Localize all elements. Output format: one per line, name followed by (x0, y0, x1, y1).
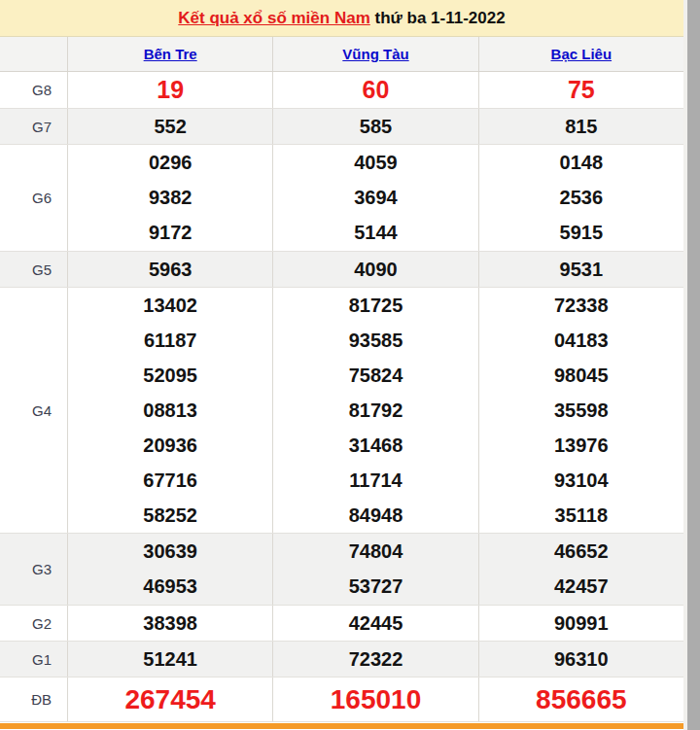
results-table: Kết quả xổ số miền Nam thứ ba 1-11-2022 … (0, 0, 683, 729)
value-cell: 19 (68, 72, 273, 108)
prize-value: 98045 (479, 358, 683, 393)
value-cell: 96310 (479, 642, 683, 677)
column-header-vung-tau: Vũng Tàu (273, 37, 478, 71)
value-cell: 90991 (479, 606, 683, 641)
prize-value: 2536 (479, 180, 683, 215)
value-cell: 30639 46953 (68, 534, 273, 605)
value-cell: 51241 (68, 642, 273, 677)
value-cell: 552 (68, 109, 273, 144)
prize-value: 53727 (273, 570, 477, 606)
value-cell: 165010 (273, 678, 478, 721)
prize-value: 46953 (68, 570, 272, 606)
prize-value: 84948 (273, 498, 477, 533)
column-header-bac-lieu: Bạc Liêu (479, 37, 683, 71)
prize-value: 74804 (273, 534, 477, 570)
prize-value: 13976 (479, 428, 683, 463)
lottery-results-page: Kết quả xổ số miền Nam thứ ba 1-11-2022 … (0, 0, 700, 730)
corner-cell (0, 37, 68, 71)
column-link-bac-lieu[interactable]: Bạc Liêu (551, 46, 612, 62)
prize-label: G7 (0, 109, 68, 144)
value-cell: 267454 (68, 678, 273, 721)
prize-label: G6 (0, 145, 68, 251)
prize-value: 3694 (273, 180, 477, 215)
prize-value: 9382 (68, 180, 272, 215)
prize-value: 96310 (479, 642, 683, 677)
value-cell: 38398 (68, 606, 273, 641)
prize-value: 31468 (273, 428, 477, 463)
value-cell: 4090 (273, 252, 478, 287)
title-link[interactable]: Kết quả xổ số miền Nam (178, 9, 369, 28)
prize-value: 93585 (273, 323, 477, 358)
prize-value: 585 (273, 109, 477, 144)
value-cell: 81725 93585 75824 81792 31468 11714 8494… (273, 288, 478, 533)
value-cell: 585 (273, 109, 478, 144)
prize-value: 165010 (273, 678, 477, 721)
value-cell: 13402 61187 52095 08813 20936 67716 5825… (68, 288, 273, 533)
value-cell: 5963 (68, 252, 273, 287)
column-link-vung-tau[interactable]: Vũng Tàu (342, 46, 408, 62)
prize-value: 19 (68, 72, 272, 108)
value-cell: 0148 2536 5915 (479, 145, 683, 251)
column-header-row: Bến Tre Vũng Tàu Bạc Liêu (0, 37, 683, 72)
prize-value: 4090 (273, 252, 477, 287)
value-cell: 9531 (479, 252, 683, 287)
value-cell: 60 (273, 72, 478, 108)
prize-value: 856665 (479, 678, 683, 721)
prize-value: 35598 (479, 393, 683, 428)
value-cell: 0296 9382 9172 (68, 145, 273, 251)
prize-row-g1: G1 51241 72322 96310 (0, 642, 683, 678)
prize-value: 30639 (68, 534, 272, 570)
prize-label: G1 (0, 642, 68, 677)
prize-row-g2: G2 38398 42445 90991 (0, 606, 683, 642)
prize-value: 08813 (68, 393, 272, 428)
value-cell: 856665 (479, 678, 683, 721)
prize-value: 67716 (68, 463, 272, 498)
prize-value: 9531 (479, 252, 683, 287)
prize-value: 0148 (479, 145, 683, 180)
title-date-text: thứ ba 1-11-2022 (370, 9, 506, 28)
prize-row-g7: G7 552 585 815 (0, 109, 683, 145)
column-link-ben-tre[interactable]: Bến Tre (144, 46, 197, 62)
prize-value: 04183 (479, 323, 683, 358)
prize-value: 5915 (479, 216, 683, 251)
prize-value: 42445 (273, 606, 477, 641)
value-cell: 815 (479, 109, 683, 144)
prize-label: G2 (0, 606, 68, 641)
prize-value: 93104 (479, 463, 683, 498)
prize-label: G8 (0, 72, 68, 108)
value-cell: 42445 (273, 606, 478, 641)
prize-value: 75 (479, 72, 683, 108)
prize-row-g6: G6 0296 9382 9172 4059 3694 5144 0148 25… (0, 145, 683, 252)
value-cell: 72322 (273, 642, 478, 677)
prize-row-g5: G5 5963 4090 9531 (0, 252, 683, 288)
prize-value: 46652 (479, 534, 683, 570)
orange-divider-bar (0, 723, 683, 729)
prize-row-g8: G8 19 60 75 (0, 72, 683, 109)
prize-value: 11714 (273, 463, 477, 498)
value-cell: 75 (479, 72, 683, 108)
prize-value: 38398 (68, 606, 272, 641)
scrollbar[interactable] (683, 0, 700, 730)
prize-value: 9172 (68, 216, 272, 251)
prize-row-g4: G4 13402 61187 52095 08813 20936 67716 5… (0, 288, 683, 534)
prize-label: G5 (0, 252, 68, 287)
prize-label: G4 (0, 288, 68, 533)
prize-value: 81725 (273, 288, 477, 323)
value-cell: 74804 53727 (273, 534, 478, 605)
prize-value: 4059 (273, 145, 477, 180)
prize-value: 13402 (68, 288, 272, 323)
prize-value: 52095 (68, 358, 272, 393)
value-cell: 72338 04183 98045 35598 13976 93104 3511… (479, 288, 683, 533)
column-header-ben-tre: Bến Tre (68, 37, 273, 71)
page-title: Kết quả xổ số miền Nam thứ ba 1-11-2022 (0, 0, 683, 37)
prize-value: 42457 (479, 570, 683, 606)
prize-value: 5144 (273, 216, 477, 251)
value-cell: 4059 3694 5144 (273, 145, 478, 251)
prize-value: 35118 (479, 498, 683, 533)
prize-value: 72338 (479, 288, 683, 323)
prize-value: 81792 (273, 393, 477, 428)
prize-value: 75824 (273, 358, 477, 393)
prize-label: G3 (0, 534, 68, 605)
prize-value: 60 (273, 72, 477, 108)
prize-value: 0296 (68, 145, 272, 180)
